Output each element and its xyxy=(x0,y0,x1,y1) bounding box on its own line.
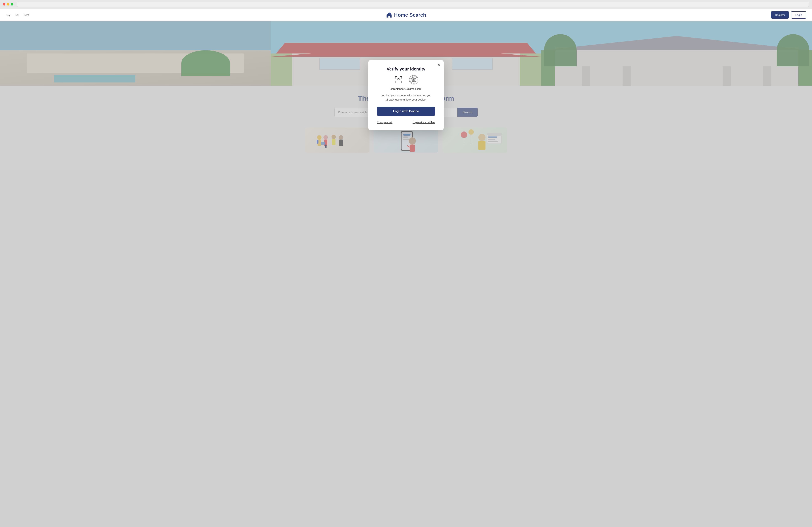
svg-point-34 xyxy=(397,79,398,80)
nav-buy[interactable]: Buy xyxy=(6,13,10,16)
nav-links: Buy Sell Rent xyxy=(6,13,29,16)
register-button[interactable]: Register xyxy=(771,11,789,19)
icon-divider xyxy=(406,76,406,84)
navbar-brand: Home Search xyxy=(386,12,426,18)
close-dot[interactable] xyxy=(3,3,5,5)
login-with-device-button[interactable]: Login with Device xyxy=(377,107,435,116)
navbar-actions: Register Login xyxy=(771,11,806,19)
modal-title: Verify your identity xyxy=(377,66,435,72)
login-with-email-link-button[interactable]: Login with email link xyxy=(412,121,435,124)
nav-rent[interactable]: Rent xyxy=(24,13,29,16)
modal-icons xyxy=(377,75,435,85)
modal-user-email: sarahjones74@gmail.com xyxy=(377,87,435,90)
minimize-dot[interactable] xyxy=(7,3,9,5)
modal-overlay[interactable]: × Verify your identity xyxy=(0,20,812,170)
address-bar[interactable] xyxy=(17,2,809,7)
maximize-dot[interactable] xyxy=(11,3,13,5)
browser-chrome xyxy=(0,0,812,9)
modal-footer-links: Change email Login with email link xyxy=(377,121,435,124)
change-email-button[interactable]: Change email xyxy=(377,121,392,124)
modal-description: Log into your account with the method yo… xyxy=(377,93,435,102)
face-id-icon xyxy=(394,75,403,85)
svg-point-35 xyxy=(399,79,400,80)
brand-logo-icon xyxy=(386,12,392,18)
navbar: Buy Sell Rent Home Search Register Login xyxy=(0,9,812,21)
browser-controls xyxy=(3,2,809,7)
modal-close-button[interactable]: × xyxy=(438,63,440,67)
brand-name: Home Search xyxy=(394,12,426,18)
login-button[interactable]: Login xyxy=(791,11,806,19)
fingerprint-icon xyxy=(409,75,418,85)
nav-sell[interactable]: Sell xyxy=(15,13,19,16)
page: Buy Sell Rent Home Search Register Login xyxy=(0,9,812,170)
svg-point-0 xyxy=(389,13,391,15)
verify-identity-modal: × Verify your identity xyxy=(368,60,444,130)
